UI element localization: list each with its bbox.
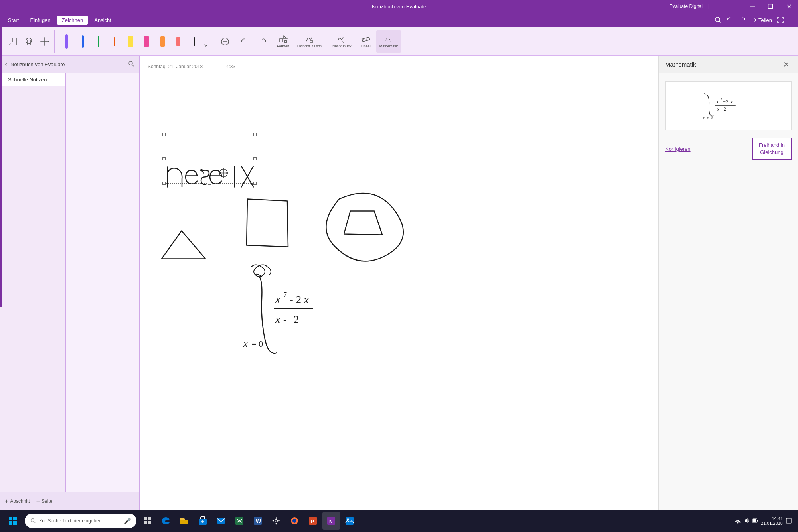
taskbar-word[interactable]: W: [249, 512, 267, 530]
taskbar-photos[interactable]: [341, 512, 358, 530]
shapes-button[interactable]: Formen: [274, 30, 292, 53]
svg-text:P: P: [311, 519, 314, 524]
sidebar-search-button[interactable]: [128, 61, 134, 69]
shapes-label: Formen: [277, 44, 289, 48]
svg-point-5: [26, 38, 32, 44]
ink-to-shape-button[interactable]: Freihand in Form: [294, 30, 325, 53]
menu-ansicht[interactable]: Ansicht: [89, 16, 116, 25]
highlighter-yellow[interactable]: [123, 32, 138, 51]
menu-einfügen[interactable]: Einfügen: [25, 16, 55, 25]
sel-handle-bl[interactable]: [162, 182, 166, 185]
menu-zeichnen[interactable]: Zeichnen: [57, 16, 88, 25]
sidebar-bottom: + Abschnitt + Seite: [0, 492, 139, 510]
math-button[interactable]: ∑ × + Mathematik: [376, 30, 401, 53]
main-canvas[interactable]: Sonntag, 21. Januar 2018 14:33: [140, 56, 658, 510]
svg-text:7: 7: [283, 291, 287, 299]
svg-point-77: [292, 519, 296, 523]
add-section-button[interactable]: + Abschnitt: [5, 498, 30, 505]
sidebar-item-quick-notes[interactable]: Schnelle Notizen: [0, 73, 65, 86]
taskbar-store[interactable]: [194, 512, 211, 530]
sel-handle-mr[interactable]: [253, 157, 257, 160]
svg-line-20: [363, 39, 364, 40]
undo-icon[interactable]: [727, 16, 734, 24]
taskbar-firefox[interactable]: [286, 512, 303, 530]
svg-rect-57: [9, 517, 12, 520]
svg-rect-60: [13, 521, 17, 525]
ink-to-text-button[interactable]: A Freihand in Text: [326, 30, 356, 53]
svg-text:x: x: [275, 314, 280, 325]
pen-blue[interactable]: [75, 32, 90, 51]
ruler-label: Lineal: [361, 44, 371, 48]
math-correct-button[interactable]: Korrigieren: [665, 146, 691, 152]
svg-rect-87: [753, 519, 756, 522]
svg-point-16: [284, 40, 287, 43]
sel-handle-tr[interactable]: [253, 133, 257, 136]
svg-point-83: [347, 518, 349, 520]
fullscreen-icon[interactable]: [777, 16, 784, 24]
sel-handle-tc[interactable]: [208, 133, 211, 136]
math-panel: Mathematik ✕ ∞ x ⋅Σ 0 x 7 −2 x x −2: [658, 56, 798, 510]
tray-datetime[interactable]: 14:41 21.01.2018: [761, 516, 783, 526]
taskbar-settings[interactable]: [267, 512, 285, 530]
taskbar-files[interactable]: [176, 512, 193, 530]
taskbar-powerpoint[interactable]: P: [304, 512, 322, 530]
math-formula-display: ∞ x ⋅Σ 0 x 7 −2 x x −2: [665, 81, 792, 130]
sidebar-back-button[interactable]: ‹: [5, 60, 7, 69]
start-button[interactable]: [3, 510, 22, 532]
taskbar-excel[interactable]: [231, 512, 248, 530]
taskbar-mail[interactable]: [212, 512, 230, 530]
share-label: Teilen: [758, 17, 772, 23]
svg-text:N: N: [329, 519, 333, 524]
sel-handle-tl[interactable]: [162, 133, 166, 136]
add-page-button[interactable]: + Seite: [36, 498, 53, 505]
share-button[interactable]: Teilen: [751, 17, 772, 23]
highlighter-pink[interactable]: [139, 32, 154, 51]
tool-group-cursor: [3, 30, 55, 53]
add-tool-button[interactable]: [216, 30, 234, 53]
more-options-button[interactable]: ...: [789, 16, 795, 24]
sel-handle-br[interactable]: [253, 182, 257, 185]
svg-text:W: W: [256, 518, 261, 524]
sel-handle-bc[interactable]: [208, 182, 211, 185]
canvas-drawing: x 7 - 2 x x - 2 x = 0: [140, 56, 658, 510]
highlighter-orange[interactable]: [155, 32, 170, 51]
svg-rect-86: [757, 520, 758, 522]
pen-green[interactable]: [91, 32, 106, 51]
highlighter-red[interactable]: [171, 32, 186, 51]
minimize-button[interactable]: [743, 0, 761, 13]
svg-line-22: [366, 38, 366, 39]
pen-dark[interactable]: [187, 32, 201, 51]
move-tool[interactable]: [38, 32, 52, 51]
redo-toolbar-button[interactable]: [255, 30, 272, 53]
svg-rect-63: [144, 517, 147, 520]
svg-point-84: [737, 522, 738, 524]
add-page-label: Seite: [41, 498, 52, 504]
taskbar-edge[interactable]: [157, 512, 175, 530]
notification-icon[interactable]: [786, 518, 792, 524]
close-button[interactable]: ✕: [780, 0, 798, 13]
pen-orange[interactable]: [107, 32, 122, 51]
mic-icon[interactable]: 🎤: [124, 518, 131, 524]
taskbar-onenote[interactable]: N: [322, 512, 340, 530]
svg-rect-59: [9, 521, 12, 525]
pen-dropdown[interactable]: [203, 43, 209, 48]
menu-bar: Start Einfügen Zeichnen Ansicht Teilen .…: [0, 13, 798, 27]
sidebar: ‹ Notizbuch von Evaluate Schnelle Notize…: [0, 56, 140, 510]
pen-purple[interactable]: [59, 32, 74, 51]
taskbar-task-view[interactable]: [139, 512, 156, 530]
svg-text:⋅Σ: ⋅Σ: [706, 117, 709, 120]
lasso-tool[interactable]: [6, 32, 20, 51]
maximize-button[interactable]: [761, 0, 780, 13]
sel-handle-ml[interactable]: [162, 157, 166, 160]
search-icon[interactable]: [715, 16, 722, 24]
ink-to-equation-button[interactable]: Freihand in Gleichung: [752, 138, 792, 160]
eraser-tool[interactable]: [22, 32, 36, 51]
taskbar-search-box[interactable]: Zur Suche Text hier eingeben 🎤: [25, 514, 136, 528]
undo-toolbar-button[interactable]: [235, 30, 253, 53]
svg-point-29: [219, 169, 227, 177]
menu-start[interactable]: Start: [3, 16, 24, 25]
redo-icon[interactable]: [739, 16, 746, 24]
ruler-button[interactable]: Lineal: [357, 30, 375, 53]
svg-text:∞: ∞: [703, 91, 705, 95]
math-panel-close-button[interactable]: ✕: [780, 59, 792, 70]
